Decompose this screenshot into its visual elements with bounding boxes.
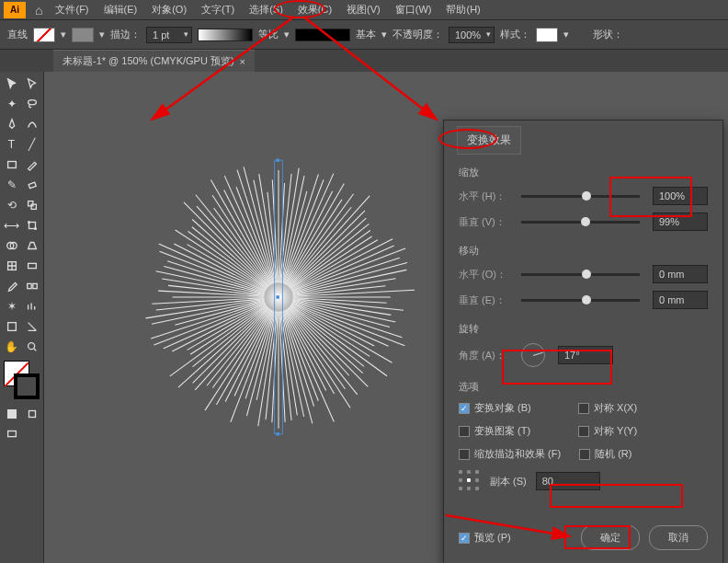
mirror-x-checkbox[interactable]: 对称 X(X) [578,401,679,415]
mirror-y-checkbox[interactable]: 对称 Y(Y) [578,424,679,438]
scale-h-label: 水平 (H)： [459,190,514,203]
angle-value[interactable]: 17° [558,346,613,364]
menu-file[interactable]: 文件(F) [48,0,96,19]
opacity-input[interactable]: 100% [449,27,495,43]
stroke-swatch[interactable] [72,28,94,42]
line-tool[interactable]: ╱ [22,134,41,154]
move-v-value[interactable]: 0 mm [653,291,708,309]
random-checkbox[interactable]: 随机 (R) [579,447,680,461]
svg-rect-18 [7,431,16,436]
svg-line-127 [290,224,369,288]
svg-line-135 [292,262,407,293]
transform-objects-checkbox[interactable]: ✓变换对象 (B) [459,401,560,415]
eyedropper-tool[interactable] [2,276,21,295]
type-tool[interactable]: T [2,134,21,154]
color-mode[interactable] [2,404,21,423]
rotate-section: 旋转 角度 (A)： 17° [459,322,708,367]
scale-section: 缩放 水平 (H)： 100% 垂直 (V)： 99% [459,166,708,231]
svg-point-6 [28,221,29,223]
chevron-down-icon[interactable]: ▾ [284,29,290,40]
style-label: 样式： [500,28,530,41]
profile-label: 等比 [258,28,279,41]
move-h-value[interactable]: 0 mm [653,265,708,283]
graph-tool[interactable] [22,296,41,316]
stroke-weight-input[interactable]: 1 pt [146,27,192,43]
brush-label: 基本 [356,28,376,41]
svg-rect-17 [28,410,35,417]
mesh-tool[interactable] [2,256,21,275]
dialog-title: 变换效果 [457,126,521,155]
menu-type[interactable]: 文字(T) [194,0,242,19]
fill-swatch[interactable] [33,28,55,42]
shaper-tool[interactable]: ✎ [2,175,21,194]
style-swatch[interactable] [536,28,558,42]
menu-effect[interactable]: 效果(C) [290,0,339,19]
width-profile[interactable] [198,29,253,41]
rectangle-tool[interactable] [2,155,21,174]
home-icon[interactable]: ⌂ [35,3,42,17]
artboard-tool[interactable] [2,316,21,336]
scale-strokes-checkbox[interactable]: 缩放描边和效果 (F) [459,447,561,461]
scale-h-slider[interactable] [521,195,640,198]
chevron-down-icon[interactable]: ▾ [61,29,66,40]
scale-h-value[interactable]: 100% [653,187,708,205]
ok-button[interactable]: 确定 [581,525,640,550]
preview-checkbox[interactable]: ✓预览 (P) [459,531,560,545]
screen-mode[interactable] [2,424,21,443]
svg-rect-4 [31,204,36,209]
scale-v-value[interactable]: 99% [653,213,708,231]
reference-point[interactable] [459,470,481,492]
transform-patterns-checkbox[interactable]: 变换图案 (T) [459,424,560,438]
blend-tool[interactable] [22,276,41,295]
selection-tool[interactable] [2,74,21,93]
menu-help[interactable]: 帮助(H) [438,0,487,19]
magic-wand-tool[interactable]: ✦ [2,94,21,113]
shape-builder-tool[interactable] [2,236,21,255]
curvature-tool[interactable] [22,114,41,133]
svg-point-15 [28,342,34,349]
hand-tool[interactable]: ✋ [2,337,21,356]
artwork-sunburst [118,136,439,458]
selection-type: 直线 [7,28,28,41]
menu-object[interactable]: 对象(O) [144,0,194,19]
menu-edit[interactable]: 编辑(E) [97,0,145,19]
scale-v-slider[interactable] [521,221,640,224]
close-icon[interactable]: × [240,56,245,67]
draw-mode[interactable] [22,404,41,423]
zoom-tool[interactable] [22,337,41,356]
copies-value[interactable]: 80 [536,472,600,490]
svg-line-139 [293,290,415,296]
cancel-button[interactable]: 取消 [649,525,708,550]
chevron-down-icon[interactable]: ▾ [381,29,387,40]
direct-selection-tool[interactable] [22,74,41,93]
move-v-slider[interactable] [521,299,640,302]
rotate-tool[interactable]: ⟲ [2,195,21,214]
symbol-sprayer-tool[interactable]: ✶ [2,296,21,316]
lasso-tool[interactable] [22,94,41,113]
slice-tool[interactable] [22,316,41,336]
brush-tool[interactable] [22,155,41,174]
gradient-tool[interactable] [22,256,41,275]
chevron-down-icon[interactable]: ▾ [99,29,105,40]
document-tab[interactable]: 未标题-1* @ 150% (CMYK/GPU 预览) × [53,50,255,72]
move-h-slider[interactable] [521,273,640,276]
width-tool[interactable]: ⟷ [2,215,21,235]
transform-effect-dialog: 变换效果 缩放 水平 (H)： 100% 垂直 (V)： 99% 移动 水平 (… [443,120,723,563]
svg-rect-2 [28,182,36,189]
free-transform-tool[interactable] [22,215,41,235]
perspective-tool[interactable] [22,236,41,255]
menu-select[interactable]: 选择(S) [242,0,290,19]
menu-view[interactable]: 视图(V) [339,0,388,19]
scale-tool[interactable] [22,195,41,214]
stroke-color[interactable] [14,373,40,399]
angle-dial[interactable] [521,343,545,367]
menu-window[interactable]: 窗口(W) [388,0,439,19]
move-section: 移动 水平 (O)： 0 mm 垂直 (E)： 0 mm [459,244,708,309]
pen-tool[interactable] [2,114,21,133]
eraser-tool[interactable] [22,175,41,194]
brush-profile[interactable] [295,29,350,41]
fill-stroke-control[interactable] [4,361,40,399]
app-logo: Ai [4,2,26,18]
chevron-down-icon[interactable]: ▾ [563,29,569,40]
svg-line-37 [288,308,358,395]
